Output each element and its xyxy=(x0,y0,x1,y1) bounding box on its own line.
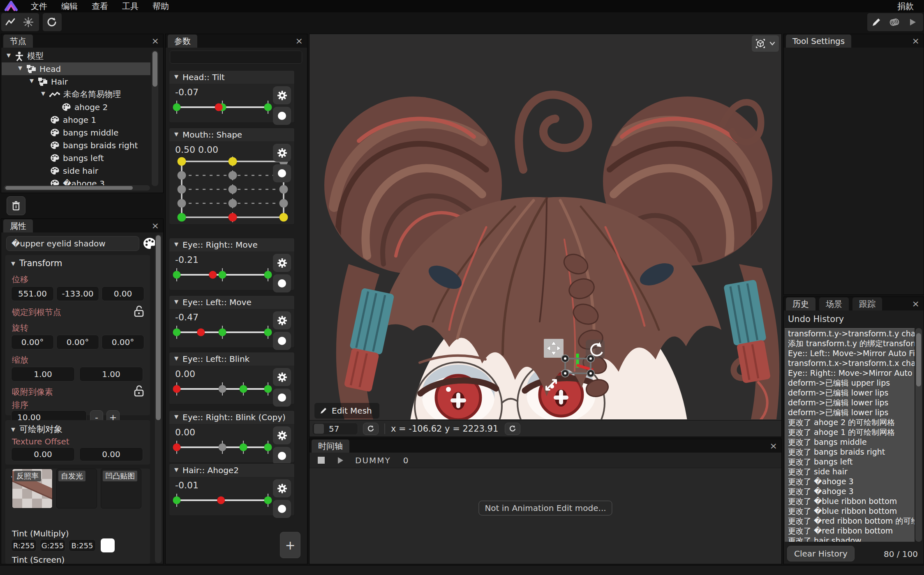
caret-icon[interactable]: ▼ xyxy=(174,299,178,305)
tab-tracking[interactable]: 跟踪 xyxy=(852,297,882,310)
undo-history-item[interactable]: Eye:: Left:: Move->Mirror Auto Fill xyxy=(785,348,915,358)
tint-mul-b[interactable]: B:255 xyxy=(69,539,96,552)
caret-icon[interactable]: ▼ xyxy=(174,241,178,247)
texture-offset-y-field[interactable]: 0.00 xyxy=(79,447,143,461)
keyframe-button[interactable] xyxy=(273,389,291,407)
parameter-settings-button[interactable] xyxy=(273,426,291,444)
rot-y-field[interactable]: 0.00° xyxy=(56,335,99,350)
undo-history-item[interactable]: 更改了 �blue ribbon bottom xyxy=(785,496,915,506)
edit-mesh-button[interactable]: Edit Mesh xyxy=(314,403,379,419)
undo-history-item[interactable]: 更改了 �red ribbon bottom 的可绘 xyxy=(785,516,915,526)
tree-node[interactable]: ahoge 1 xyxy=(2,113,150,126)
caret-icon[interactable]: ▼ xyxy=(18,65,22,71)
tree-node[interactable]: ▼模型 xyxy=(2,50,150,62)
parameter-settings-button[interactable] xyxy=(273,479,291,497)
physics-mode-button[interactable] xyxy=(885,13,903,31)
param-search-input[interactable] xyxy=(170,51,302,64)
caret-icon[interactable]: ▼ xyxy=(174,414,178,420)
tree-node[interactable]: ahoge 2 xyxy=(2,101,150,113)
texture-offset-x-field[interactable]: 0.00 xyxy=(11,447,75,461)
undo-history-list[interactable]: transform.t.y->transform.t.y chang添加 tra… xyxy=(785,328,915,542)
parameter-header[interactable]: ▼Head:: Tilt xyxy=(169,71,294,84)
node-name-input[interactable]: �upper eyelid shadow xyxy=(6,236,139,251)
undo-history-item[interactable]: 更改了 side hair xyxy=(785,467,915,476)
frame-input[interactable]: 57 xyxy=(312,423,358,435)
refresh-coords-button[interactable] xyxy=(505,423,520,435)
parameter-header[interactable]: ▼Eye:: Right:: Move xyxy=(169,238,294,251)
parameter-settings-button[interactable] xyxy=(273,368,291,386)
menu-item[interactable]: 查看 xyxy=(85,0,115,12)
tab-scene[interactable]: 场景 xyxy=(819,297,849,310)
undo-history-item[interactable]: 更改了 ahoge 2 的可绘制网格 xyxy=(785,417,915,427)
rot-x-field[interactable]: 0.00° xyxy=(11,335,54,350)
parameter-settings-button[interactable] xyxy=(273,311,291,329)
bumpmap-slot[interactable]: 凹凸贴图 xyxy=(101,469,141,508)
undo-history-item[interactable]: 更改了 ahoge 1 的可绘制网格 xyxy=(785,427,915,437)
delete-node-button[interactable] xyxy=(7,196,25,215)
undo-history-item[interactable]: 更改了 bangs middle xyxy=(785,437,915,447)
pos-y-field[interactable]: -133.00 xyxy=(56,286,99,301)
edit-mode-button[interactable] xyxy=(867,13,885,31)
close-icon[interactable]: × xyxy=(152,221,159,231)
parameter-settings-button[interactable] xyxy=(273,86,291,104)
menu-item[interactable]: 帮助 xyxy=(146,0,176,12)
tab-inspector[interactable]: 属性 xyxy=(3,219,33,232)
scale-x-field[interactable]: 1.00 xyxy=(11,367,75,382)
stop-button[interactable] xyxy=(318,457,325,464)
rot-z-field[interactable]: 0.00° xyxy=(102,335,144,350)
tab-history[interactable]: 历史 xyxy=(786,297,815,310)
keyframe-button[interactable] xyxy=(273,447,291,465)
parameter-header[interactable]: ▼Mouth:: Shape xyxy=(169,128,294,141)
tree-node[interactable]: ▼Head xyxy=(2,62,150,75)
menu-item[interactable]: 文件 xyxy=(24,0,54,12)
inspector-vscrollbar[interactable] xyxy=(155,235,162,563)
tree-node[interactable]: ▼未命名简易物理 xyxy=(2,88,150,101)
gizmo-mode-button[interactable] xyxy=(752,35,779,52)
physics-curve-button[interactable] xyxy=(1,13,19,31)
lighting-button[interactable] xyxy=(19,13,37,31)
parameter-settings-button[interactable] xyxy=(273,254,291,272)
tree-node[interactable]: �ahoge 3 xyxy=(2,177,150,186)
add-parameter-button[interactable]: + xyxy=(280,532,300,558)
tree-node[interactable]: bangs middle xyxy=(2,126,150,139)
caret-icon[interactable]: ▼ xyxy=(41,90,45,97)
scale-y-field[interactable]: 1.00 xyxy=(79,367,143,382)
frame-swatch[interactable] xyxy=(314,424,324,434)
nodes-vscrollbar[interactable] xyxy=(152,51,158,186)
caret-icon[interactable]: ▼ xyxy=(11,426,15,432)
caret-icon[interactable]: ▼ xyxy=(11,260,15,267)
menu-item-donate[interactable]: 捐款 xyxy=(890,0,921,12)
keyframe-button[interactable] xyxy=(273,164,291,182)
undo-history-item[interactable]: 更改了 bangs left xyxy=(785,457,915,467)
undo-history-item[interactable]: deform->已编辑 lower lips xyxy=(785,388,915,398)
pos-z-field[interactable]: 0.00 xyxy=(102,286,144,301)
tab-parameters[interactable]: 参数 xyxy=(168,34,197,48)
caret-icon[interactable]: ▼ xyxy=(174,131,178,137)
pos-x-field[interactable]: 551.00 xyxy=(11,286,54,301)
tab-timeline[interactable]: 时间轴 xyxy=(312,439,349,453)
parameter-header[interactable]: ▼Hair:: Ahoge2 xyxy=(169,464,294,477)
undo-history-item[interactable]: 更改了 �ahoge 3 xyxy=(785,486,915,496)
undo-history-item[interactable]: deform->已编辑 upper lips xyxy=(785,378,915,388)
parameter-header[interactable]: ▼Eye:: Left:: Move xyxy=(169,296,294,309)
albedo-slot[interactable]: 反照率 xyxy=(12,469,53,508)
tree-node[interactable]: bangs braids right xyxy=(2,139,150,152)
undo-history-item[interactable]: Eye:: Right:: Move->Mirror Auto Fi xyxy=(785,368,915,378)
caret-icon[interactable]: ▼ xyxy=(174,467,178,473)
close-icon[interactable]: × xyxy=(912,36,919,46)
undo-history-item[interactable]: 更改了 �blue ribbon bottom xyxy=(785,506,915,516)
caret-icon[interactable]: ▼ xyxy=(7,52,11,58)
tree-node[interactable]: bangs left xyxy=(2,152,150,164)
tab-tool-settings[interactable]: Tool Settings xyxy=(786,34,851,48)
tint-mul-g[interactable]: G:255 xyxy=(40,539,65,552)
undo-history-item[interactable]: transform.t.x->transform.t.x chan xyxy=(785,358,915,368)
caret-icon[interactable]: ▼ xyxy=(174,355,178,361)
lock-open-icon[interactable] xyxy=(134,305,144,317)
undo-history-item[interactable]: 更改了 bangs braids right xyxy=(785,447,915,457)
tint-multiply-swatch[interactable] xyxy=(101,538,115,552)
keyframe-button[interactable] xyxy=(273,274,291,292)
close-icon[interactable]: × xyxy=(912,299,919,309)
menu-item[interactable]: 编辑 xyxy=(54,0,85,12)
undo-history-item[interactable]: transform.t.y->transform.t.y chang xyxy=(785,329,915,338)
caret-icon[interactable]: ▼ xyxy=(174,74,178,80)
